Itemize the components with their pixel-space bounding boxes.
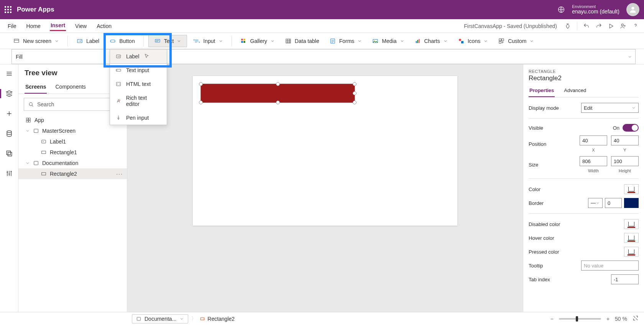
zoom-in-button[interactable]: +: [606, 316, 610, 322]
tabindex-input[interactable]: -1: [611, 274, 639, 284]
properties-panel: RECTANGLE Rectangle2 Properties Advanced…: [523, 64, 644, 312]
tree-node-more-button[interactable]: ···: [116, 171, 123, 177]
tabindex-label: Tab index: [529, 277, 550, 282]
display-mode-select[interactable]: Edit: [581, 103, 639, 113]
position-y-input[interactable]: 40: [611, 135, 639, 145]
app-checker-button[interactable]: [562, 21, 573, 31]
zoom-slider[interactable]: [559, 318, 601, 320]
tree-node-masterscreen[interactable]: MasterScreen: [18, 125, 127, 136]
property-selector[interactable]: Fill: [12, 49, 111, 64]
expand-formula-icon[interactable]: [628, 54, 632, 59]
color-swatch[interactable]: [624, 184, 639, 194]
rail-insert-button[interactable]: [4, 108, 15, 119]
prop-tab-advanced[interactable]: Advanced: [563, 86, 587, 97]
undo-button[interactable]: [581, 21, 592, 31]
tooltip-input[interactable]: No value: [581, 261, 639, 271]
dropdown-item-html-text[interactable]: HTML text: [110, 77, 167, 91]
size-label: Size: [529, 162, 538, 168]
resize-handle-s[interactable]: [276, 101, 280, 104]
rail-treeview-button[interactable]: [4, 88, 15, 99]
svg-rect-10: [243, 41, 245, 43]
resize-handle-se[interactable]: [353, 101, 356, 104]
button-button[interactable]: Button: [105, 35, 138, 47]
tree-node-rectangle1[interactable]: Rectangle1: [18, 147, 127, 158]
insert-ribbon: New screen Label Button Text Input Galle…: [0, 33, 644, 49]
forms-button[interactable]: Forms: [325, 35, 366, 47]
resize-handle-nw[interactable]: [199, 82, 203, 86]
search-icon: [28, 101, 34, 107]
size-width-input[interactable]: 806: [580, 156, 607, 166]
border-style-select[interactable]: [588, 198, 603, 208]
hover-color-swatch[interactable]: [624, 233, 639, 243]
size-height-input[interactable]: 100: [611, 156, 639, 166]
menu-view[interactable]: View: [74, 21, 87, 31]
resize-handle-sw[interactable]: [199, 101, 203, 104]
input-menu-button[interactable]: Input: [189, 35, 227, 47]
dropdown-item-rich-text[interactable]: Rich text editor: [110, 91, 167, 111]
user-avatar[interactable]: [626, 3, 639, 16]
media-button[interactable]: Media: [368, 35, 408, 47]
prop-category: RECTANGLE: [529, 69, 639, 74]
prop-tab-properties[interactable]: Properties: [529, 86, 555, 97]
environment-picker[interactable]: Environment enayu.com (default): [572, 4, 619, 15]
data-table-button[interactable]: Data table: [281, 35, 323, 47]
rectangle2-shape[interactable]: [200, 84, 355, 103]
text-dropdown-menu: Label Text input HTML text Rich text edi…: [110, 49, 167, 125]
tree-node-documentation[interactable]: Documentation: [18, 158, 127, 168]
canvas[interactable]: [193, 76, 457, 226]
new-screen-button[interactable]: New screen: [9, 35, 63, 47]
rail-hamburger-button[interactable]: [4, 68, 15, 79]
visible-toggle[interactable]: [623, 124, 639, 132]
fit-to-window-button[interactable]: [632, 315, 639, 322]
app-launcher-icon[interactable]: [5, 6, 12, 13]
resize-handle-ne[interactable]: [353, 82, 356, 86]
tree-node-rectangle2[interactable]: Rectangle2 ···: [18, 168, 127, 179]
dropdown-item-text-input[interactable]: Text input: [110, 63, 167, 77]
tree-search-input[interactable]: Search: [24, 98, 122, 111]
rail-data-button[interactable]: [4, 128, 15, 139]
svg-rect-29: [26, 120, 28, 122]
text-menu-button[interactable]: Text: [148, 35, 187, 47]
breadcrumb-screen[interactable]: Documenta...: [132, 314, 188, 323]
play-button[interactable]: [606, 21, 616, 31]
border-width-input[interactable]: 0: [605, 198, 622, 208]
label-button[interactable]: Label: [72, 35, 103, 47]
border-color-swatch[interactable]: [624, 198, 639, 208]
share-button[interactable]: [618, 21, 629, 31]
prop-name: Rectangle2: [529, 74, 639, 82]
resize-handle-e[interactable]: [353, 91, 356, 95]
charts-button[interactable]: Charts: [411, 35, 452, 47]
dropdown-item-pen-input[interactable]: Pen input: [110, 111, 167, 125]
rail-tools-button[interactable]: [4, 168, 15, 179]
menu-action[interactable]: Action: [96, 21, 112, 31]
svg-rect-11: [286, 39, 291, 43]
menu-file[interactable]: File: [7, 21, 17, 31]
disabled-color-swatch[interactable]: [624, 219, 639, 229]
zoom-out-button[interactable]: −: [550, 316, 554, 322]
redo-button[interactable]: [593, 21, 604, 31]
svg-rect-31: [34, 129, 38, 132]
icons-button[interactable]: Icons: [454, 35, 492, 47]
rail-media-button[interactable]: [4, 148, 15, 159]
dropdown-item-label[interactable]: Label: [110, 49, 167, 64]
formula-bar: Fill =: [0, 49, 644, 64]
resize-handle-n[interactable]: [276, 82, 280, 86]
pressed-color-swatch[interactable]: [624, 247, 639, 257]
menu-home[interactable]: Home: [26, 21, 41, 31]
label-icon: [115, 53, 122, 59]
tree-node-label1[interactable]: Label1: [18, 136, 127, 147]
visible-label: Visible: [529, 125, 543, 131]
svg-rect-21: [502, 39, 504, 41]
position-x-input[interactable]: 40: [580, 135, 607, 145]
breadcrumb-control[interactable]: Rectangle2: [200, 316, 235, 322]
tree-tab-components[interactable]: Components: [54, 81, 86, 94]
svg-rect-20: [499, 39, 501, 41]
chevron-down-icon: [25, 161, 30, 165]
html-text-icon: [115, 81, 122, 87]
help-button[interactable]: [630, 21, 641, 31]
menu-insert[interactable]: Insert: [50, 21, 66, 31]
custom-button[interactable]: Custom: [494, 35, 538, 47]
formula-input[interactable]: [125, 49, 636, 64]
gallery-button[interactable]: Gallery: [237, 35, 279, 47]
tree-tab-screens[interactable]: Screens: [25, 81, 47, 94]
